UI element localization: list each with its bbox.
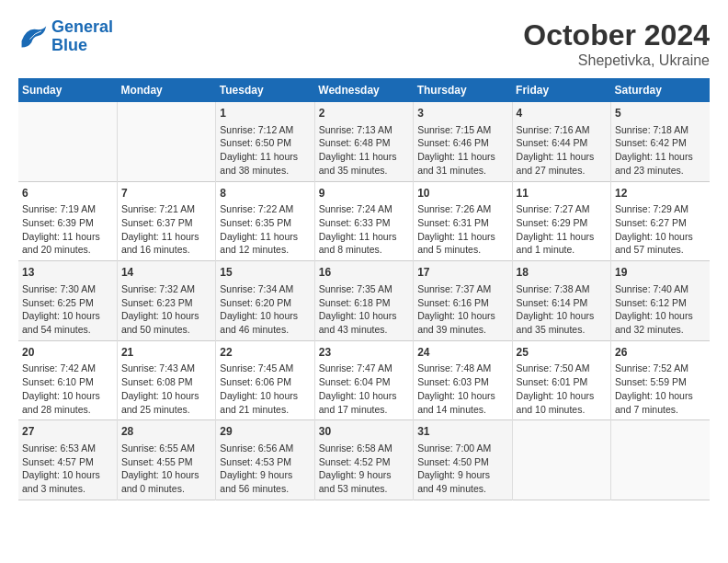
calendar-cell: [18, 102, 117, 181]
day-number: 12: [615, 186, 706, 201]
calendar-cell: [512, 420, 610, 500]
day-number: 31: [417, 424, 507, 440]
day-info: Sunrise: 7:26 AM Sunset: 6:31 PM Dayligh…: [417, 202, 507, 257]
day-number: 15: [220, 265, 310, 281]
day-info: Sunrise: 7:24 AM Sunset: 6:33 PM Dayligh…: [319, 202, 409, 257]
day-number: 20: [22, 345, 113, 361]
calendar-cell: 11Sunrise: 7:27 AM Sunset: 6:29 PM Dayli…: [512, 181, 610, 261]
day-number: 1: [220, 106, 310, 121]
day-info: Sunrise: 7:19 AM Sunset: 6:39 PM Dayligh…: [22, 202, 113, 257]
day-number: 17: [417, 265, 507, 281]
day-number: 3: [417, 106, 507, 121]
calendar-week-row: 6Sunrise: 7:19 AM Sunset: 6:39 PM Daylig…: [18, 181, 710, 261]
logo-icon: [18, 24, 48, 50]
day-info: Sunrise: 7:29 AM Sunset: 6:27 PM Dayligh…: [615, 202, 706, 257]
day-info: Sunrise: 7:38 AM Sunset: 6:14 PM Dayligh…: [517, 282, 607, 337]
weekday-header-friday: Friday: [512, 78, 610, 102]
calendar-table: SundayMondayTuesdayWednesdayThursdayFrid…: [18, 78, 710, 500]
day-number: 28: [121, 424, 211, 440]
calendar-cell: 28Sunrise: 6:55 AM Sunset: 4:55 PM Dayli…: [117, 420, 215, 500]
calendar-week-row: 1Sunrise: 7:12 AM Sunset: 6:50 PM Daylig…: [18, 102, 710, 181]
day-info: Sunrise: 7:18 AM Sunset: 6:42 PM Dayligh…: [615, 123, 706, 178]
calendar-cell: 24Sunrise: 7:48 AM Sunset: 6:03 PM Dayli…: [414, 340, 512, 420]
day-number: 4: [517, 106, 607, 121]
day-info: Sunrise: 7:52 AM Sunset: 5:59 PM Dayligh…: [615, 362, 706, 416]
calendar-cell: 15Sunrise: 7:34 AM Sunset: 6:20 PM Dayli…: [216, 261, 314, 341]
day-info: Sunrise: 7:48 AM Sunset: 6:03 PM Dayligh…: [417, 362, 507, 416]
calendar-cell: 18Sunrise: 7:38 AM Sunset: 6:14 PM Dayli…: [512, 261, 610, 341]
day-info: Sunrise: 7:42 AM Sunset: 6:10 PM Dayligh…: [22, 362, 113, 416]
day-info: Sunrise: 7:35 AM Sunset: 6:18 PM Dayligh…: [319, 282, 409, 337]
day-number: 8: [220, 186, 310, 201]
logo-text: General Blue: [51, 18, 113, 55]
day-info: Sunrise: 6:55 AM Sunset: 4:55 PM Dayligh…: [121, 442, 211, 496]
day-number: 2: [319, 106, 409, 121]
weekday-header-monday: Monday: [117, 78, 215, 102]
day-info: Sunrise: 7:27 AM Sunset: 6:29 PM Dayligh…: [517, 202, 607, 257]
weekday-row: SundayMondayTuesdayWednesdayThursdayFrid…: [18, 78, 710, 102]
calendar-cell: 12Sunrise: 7:29 AM Sunset: 6:27 PM Dayli…: [611, 181, 710, 261]
weekday-header-sunday: Sunday: [18, 78, 117, 102]
calendar-cell: 14Sunrise: 7:32 AM Sunset: 6:23 PM Dayli…: [117, 261, 215, 341]
day-info: Sunrise: 7:16 AM Sunset: 6:44 PM Dayligh…: [517, 123, 607, 178]
calendar-cell: 23Sunrise: 7:47 AM Sunset: 6:04 PM Dayli…: [314, 340, 413, 420]
day-number: 27: [22, 424, 113, 440]
day-number: 6: [22, 186, 113, 201]
day-info: Sunrise: 7:32 AM Sunset: 6:23 PM Dayligh…: [121, 282, 211, 337]
day-info: Sunrise: 7:40 AM Sunset: 6:12 PM Dayligh…: [615, 282, 706, 337]
day-number: 19: [615, 265, 706, 281]
day-info: Sunrise: 6:56 AM Sunset: 4:53 PM Dayligh…: [220, 442, 310, 496]
calendar-cell: 22Sunrise: 7:45 AM Sunset: 6:06 PM Dayli…: [216, 340, 314, 420]
calendar-week-row: 27Sunrise: 6:53 AM Sunset: 4:57 PM Dayli…: [18, 420, 710, 500]
calendar-cell: 4Sunrise: 7:16 AM Sunset: 6:44 PM Daylig…: [512, 102, 610, 181]
day-info: Sunrise: 7:30 AM Sunset: 6:25 PM Dayligh…: [22, 282, 113, 337]
calendar-cell: 5Sunrise: 7:18 AM Sunset: 6:42 PM Daylig…: [611, 102, 710, 181]
day-number: 26: [615, 345, 706, 361]
calendar-cell: 6Sunrise: 7:19 AM Sunset: 6:39 PM Daylig…: [18, 181, 117, 261]
calendar-cell: 21Sunrise: 7:43 AM Sunset: 6:08 PM Dayli…: [117, 340, 215, 420]
day-info: Sunrise: 7:50 AM Sunset: 6:01 PM Dayligh…: [517, 362, 607, 416]
calendar-cell: 2Sunrise: 7:13 AM Sunset: 6:48 PM Daylig…: [314, 102, 413, 181]
calendar-cell: 9Sunrise: 7:24 AM Sunset: 6:33 PM Daylig…: [314, 181, 413, 261]
calendar-header: SundayMondayTuesdayWednesdayThursdayFrid…: [18, 78, 710, 102]
calendar-cell: [117, 102, 215, 181]
calendar-cell: 31Sunrise: 7:00 AM Sunset: 4:50 PM Dayli…: [414, 420, 512, 500]
location-title: Shepetivka, Ukraine: [523, 52, 710, 69]
day-number: 14: [121, 265, 211, 281]
day-number: 25: [517, 345, 607, 361]
day-info: Sunrise: 7:47 AM Sunset: 6:04 PM Dayligh…: [319, 362, 409, 416]
calendar-cell: 26Sunrise: 7:52 AM Sunset: 5:59 PM Dayli…: [611, 340, 710, 420]
day-number: 18: [517, 265, 607, 281]
page-header: General Blue October 2024 Shepetivka, Uk…: [18, 18, 710, 69]
calendar-cell: 27Sunrise: 6:53 AM Sunset: 4:57 PM Dayli…: [18, 420, 117, 500]
title-block: October 2024 Shepetivka, Ukraine: [523, 18, 710, 69]
day-info: Sunrise: 7:00 AM Sunset: 4:50 PM Dayligh…: [417, 442, 507, 496]
day-info: Sunrise: 7:37 AM Sunset: 6:16 PM Dayligh…: [417, 282, 507, 337]
day-number: 24: [417, 345, 507, 361]
calendar-cell: 20Sunrise: 7:42 AM Sunset: 6:10 PM Dayli…: [18, 340, 117, 420]
calendar-cell: 19Sunrise: 7:40 AM Sunset: 6:12 PM Dayli…: [611, 261, 710, 341]
calendar-week-row: 20Sunrise: 7:42 AM Sunset: 6:10 PM Dayli…: [18, 340, 710, 420]
day-info: Sunrise: 7:21 AM Sunset: 6:37 PM Dayligh…: [121, 202, 211, 257]
day-number: 7: [121, 186, 211, 201]
day-number: 30: [319, 424, 409, 440]
calendar-cell: 17Sunrise: 7:37 AM Sunset: 6:16 PM Dayli…: [414, 261, 512, 341]
calendar-cell: 7Sunrise: 7:21 AM Sunset: 6:37 PM Daylig…: [117, 181, 215, 261]
weekday-header-wednesday: Wednesday: [314, 78, 413, 102]
weekday-header-saturday: Saturday: [611, 78, 710, 102]
day-info: Sunrise: 7:15 AM Sunset: 6:46 PM Dayligh…: [417, 123, 507, 178]
calendar-cell: [611, 420, 710, 500]
day-number: 13: [22, 265, 113, 281]
day-info: Sunrise: 6:53 AM Sunset: 4:57 PM Dayligh…: [22, 442, 113, 496]
day-number: 23: [319, 345, 409, 361]
day-info: Sunrise: 7:22 AM Sunset: 6:35 PM Dayligh…: [220, 202, 310, 257]
day-info: Sunrise: 7:34 AM Sunset: 6:20 PM Dayligh…: [220, 282, 310, 337]
day-info: Sunrise: 6:58 AM Sunset: 4:52 PM Dayligh…: [319, 442, 409, 496]
calendar-cell: 25Sunrise: 7:50 AM Sunset: 6:01 PM Dayli…: [512, 340, 610, 420]
day-number: 29: [220, 424, 310, 440]
calendar-week-row: 13Sunrise: 7:30 AM Sunset: 6:25 PM Dayli…: [18, 261, 710, 341]
day-number: 5: [615, 106, 706, 121]
calendar-cell: 10Sunrise: 7:26 AM Sunset: 6:31 PM Dayli…: [414, 181, 512, 261]
weekday-header-thursday: Thursday: [414, 78, 512, 102]
weekday-header-tuesday: Tuesday: [216, 78, 314, 102]
